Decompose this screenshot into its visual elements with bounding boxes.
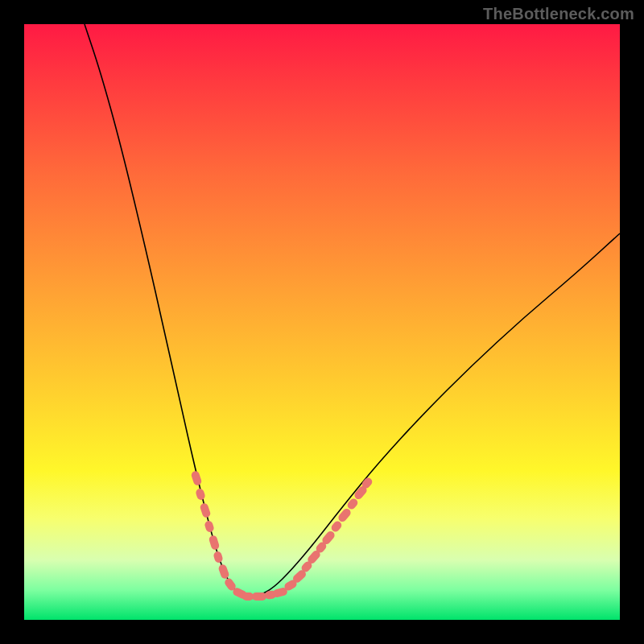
chart-overlay bbox=[24, 24, 620, 620]
bead-marker bbox=[336, 507, 352, 523]
bead-marker bbox=[204, 520, 215, 533]
bead-marker bbox=[195, 488, 206, 501]
bead-marker bbox=[242, 592, 254, 601]
v-curve bbox=[85, 24, 620, 597]
bead-marker bbox=[190, 470, 202, 486]
bead-marker bbox=[199, 502, 211, 518]
bead-markers bbox=[190, 470, 374, 601]
bead-marker bbox=[217, 564, 230, 580]
bead-marker bbox=[252, 592, 266, 601]
bead-marker bbox=[213, 551, 223, 564]
bead-marker bbox=[346, 497, 360, 510]
bead-marker bbox=[330, 519, 344, 533]
bead-marker bbox=[208, 535, 221, 551]
watermark-label: TheBottleneck.com bbox=[483, 5, 634, 23]
